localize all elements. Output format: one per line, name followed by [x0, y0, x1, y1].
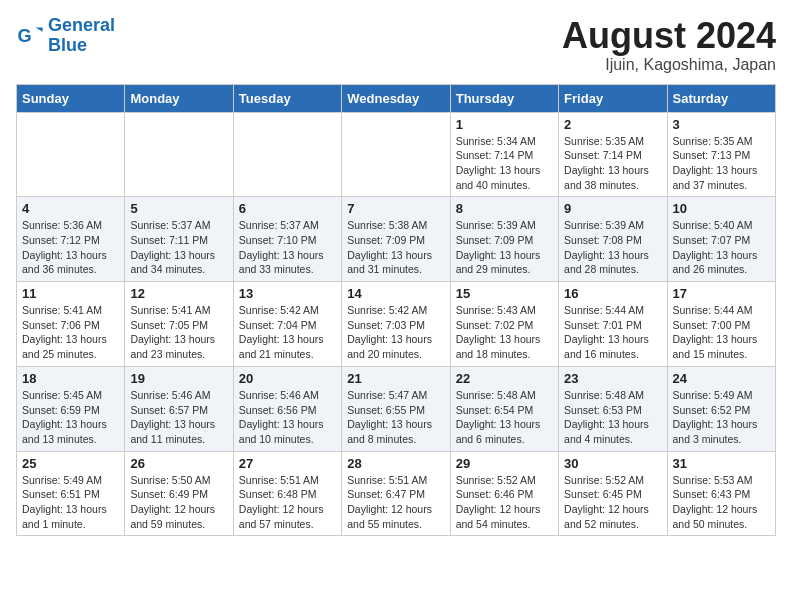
- calendar-cell: [17, 112, 125, 197]
- calendar-cell: 28Sunrise: 5:51 AM Sunset: 6:47 PM Dayli…: [342, 451, 450, 536]
- day-number: 20: [239, 371, 336, 386]
- calendar-cell: 26Sunrise: 5:50 AM Sunset: 6:49 PM Dayli…: [125, 451, 233, 536]
- calendar-cell: 2Sunrise: 5:35 AM Sunset: 7:14 PM Daylig…: [559, 112, 667, 197]
- day-info: Sunrise: 5:45 AM Sunset: 6:59 PM Dayligh…: [22, 388, 119, 447]
- calendar-cell: 21Sunrise: 5:47 AM Sunset: 6:55 PM Dayli…: [342, 366, 450, 451]
- day-info: Sunrise: 5:46 AM Sunset: 6:57 PM Dayligh…: [130, 388, 227, 447]
- day-info: Sunrise: 5:43 AM Sunset: 7:02 PM Dayligh…: [456, 303, 553, 362]
- day-info: Sunrise: 5:34 AM Sunset: 7:14 PM Dayligh…: [456, 134, 553, 193]
- day-info: Sunrise: 5:51 AM Sunset: 6:48 PM Dayligh…: [239, 473, 336, 532]
- calendar-cell: 20Sunrise: 5:46 AM Sunset: 6:56 PM Dayli…: [233, 366, 341, 451]
- day-info: Sunrise: 5:49 AM Sunset: 6:52 PM Dayligh…: [673, 388, 770, 447]
- day-number: 18: [22, 371, 119, 386]
- day-info: Sunrise: 5:36 AM Sunset: 7:12 PM Dayligh…: [22, 218, 119, 277]
- weekday-header-row: Sunday Monday Tuesday Wednesday Thursday…: [17, 84, 776, 112]
- day-number: 15: [456, 286, 553, 301]
- col-saturday: Saturday: [667, 84, 775, 112]
- calendar-cell: 19Sunrise: 5:46 AM Sunset: 6:57 PM Dayli…: [125, 366, 233, 451]
- day-number: 11: [22, 286, 119, 301]
- calendar-body: 1Sunrise: 5:34 AM Sunset: 7:14 PM Daylig…: [17, 112, 776, 536]
- day-number: 29: [456, 456, 553, 471]
- location-subtitle: Ijuin, Kagoshima, Japan: [562, 56, 776, 74]
- day-info: Sunrise: 5:46 AM Sunset: 6:56 PM Dayligh…: [239, 388, 336, 447]
- logo-icon: G: [16, 22, 44, 50]
- day-info: Sunrise: 5:39 AM Sunset: 7:08 PM Dayligh…: [564, 218, 661, 277]
- day-info: Sunrise: 5:41 AM Sunset: 7:05 PM Dayligh…: [130, 303, 227, 362]
- col-thursday: Thursday: [450, 84, 558, 112]
- day-info: Sunrise: 5:40 AM Sunset: 7:07 PM Dayligh…: [673, 218, 770, 277]
- day-info: Sunrise: 5:47 AM Sunset: 6:55 PM Dayligh…: [347, 388, 444, 447]
- day-info: Sunrise: 5:37 AM Sunset: 7:11 PM Dayligh…: [130, 218, 227, 277]
- svg-text:G: G: [17, 25, 31, 45]
- calendar-cell: 11Sunrise: 5:41 AM Sunset: 7:06 PM Dayli…: [17, 282, 125, 367]
- calendar-cell: 27Sunrise: 5:51 AM Sunset: 6:48 PM Dayli…: [233, 451, 341, 536]
- day-info: Sunrise: 5:49 AM Sunset: 6:51 PM Dayligh…: [22, 473, 119, 532]
- calendar-cell: 13Sunrise: 5:42 AM Sunset: 7:04 PM Dayli…: [233, 282, 341, 367]
- calendar-week-row: 11Sunrise: 5:41 AM Sunset: 7:06 PM Dayli…: [17, 282, 776, 367]
- day-number: 25: [22, 456, 119, 471]
- day-number: 12: [130, 286, 227, 301]
- calendar-cell: 6Sunrise: 5:37 AM Sunset: 7:10 PM Daylig…: [233, 197, 341, 282]
- page-header: G General Blue August 2024 Ijuin, Kagosh…: [16, 16, 776, 74]
- calendar-cell: 3Sunrise: 5:35 AM Sunset: 7:13 PM Daylig…: [667, 112, 775, 197]
- logo-line2: Blue: [48, 35, 87, 55]
- day-number: 3: [673, 117, 770, 132]
- calendar-week-row: 1Sunrise: 5:34 AM Sunset: 7:14 PM Daylig…: [17, 112, 776, 197]
- calendar-cell: 30Sunrise: 5:52 AM Sunset: 6:45 PM Dayli…: [559, 451, 667, 536]
- day-info: Sunrise: 5:35 AM Sunset: 7:13 PM Dayligh…: [673, 134, 770, 193]
- day-info: Sunrise: 5:48 AM Sunset: 6:53 PM Dayligh…: [564, 388, 661, 447]
- col-monday: Monday: [125, 84, 233, 112]
- day-number: 21: [347, 371, 444, 386]
- day-number: 7: [347, 201, 444, 216]
- calendar-cell: 25Sunrise: 5:49 AM Sunset: 6:51 PM Dayli…: [17, 451, 125, 536]
- col-friday: Friday: [559, 84, 667, 112]
- col-wednesday: Wednesday: [342, 84, 450, 112]
- calendar-cell: 17Sunrise: 5:44 AM Sunset: 7:00 PM Dayli…: [667, 282, 775, 367]
- day-info: Sunrise: 5:39 AM Sunset: 7:09 PM Dayligh…: [456, 218, 553, 277]
- calendar-cell: 9Sunrise: 5:39 AM Sunset: 7:08 PM Daylig…: [559, 197, 667, 282]
- calendar-cell: 15Sunrise: 5:43 AM Sunset: 7:02 PM Dayli…: [450, 282, 558, 367]
- day-number: 31: [673, 456, 770, 471]
- day-info: Sunrise: 5:38 AM Sunset: 7:09 PM Dayligh…: [347, 218, 444, 277]
- calendar-cell: 22Sunrise: 5:48 AM Sunset: 6:54 PM Dayli…: [450, 366, 558, 451]
- day-number: 24: [673, 371, 770, 386]
- day-info: Sunrise: 5:42 AM Sunset: 7:04 PM Dayligh…: [239, 303, 336, 362]
- day-number: 14: [347, 286, 444, 301]
- calendar-cell: 29Sunrise: 5:52 AM Sunset: 6:46 PM Dayli…: [450, 451, 558, 536]
- calendar-header: Sunday Monday Tuesday Wednesday Thursday…: [17, 84, 776, 112]
- day-number: 1: [456, 117, 553, 132]
- day-number: 27: [239, 456, 336, 471]
- day-number: 4: [22, 201, 119, 216]
- calendar-cell: 10Sunrise: 5:40 AM Sunset: 7:07 PM Dayli…: [667, 197, 775, 282]
- day-number: 2: [564, 117, 661, 132]
- day-number: 8: [456, 201, 553, 216]
- day-number: 28: [347, 456, 444, 471]
- day-info: Sunrise: 5:52 AM Sunset: 6:46 PM Dayligh…: [456, 473, 553, 532]
- calendar-cell: 8Sunrise: 5:39 AM Sunset: 7:09 PM Daylig…: [450, 197, 558, 282]
- calendar-cell: [342, 112, 450, 197]
- calendar-cell: [125, 112, 233, 197]
- logo-line1: General: [48, 15, 115, 35]
- day-number: 22: [456, 371, 553, 386]
- day-number: 30: [564, 456, 661, 471]
- calendar-cell: [233, 112, 341, 197]
- col-sunday: Sunday: [17, 84, 125, 112]
- day-number: 16: [564, 286, 661, 301]
- calendar-cell: 5Sunrise: 5:37 AM Sunset: 7:11 PM Daylig…: [125, 197, 233, 282]
- col-tuesday: Tuesday: [233, 84, 341, 112]
- calendar-week-row: 18Sunrise: 5:45 AM Sunset: 6:59 PM Dayli…: [17, 366, 776, 451]
- day-number: 26: [130, 456, 227, 471]
- day-info: Sunrise: 5:48 AM Sunset: 6:54 PM Dayligh…: [456, 388, 553, 447]
- logo-text: General Blue: [48, 16, 115, 56]
- day-number: 17: [673, 286, 770, 301]
- month-title: August 2024: [562, 16, 776, 56]
- calendar-cell: 7Sunrise: 5:38 AM Sunset: 7:09 PM Daylig…: [342, 197, 450, 282]
- day-info: Sunrise: 5:50 AM Sunset: 6:49 PM Dayligh…: [130, 473, 227, 532]
- title-area: August 2024 Ijuin, Kagoshima, Japan: [562, 16, 776, 74]
- day-number: 9: [564, 201, 661, 216]
- day-info: Sunrise: 5:42 AM Sunset: 7:03 PM Dayligh…: [347, 303, 444, 362]
- calendar-cell: 23Sunrise: 5:48 AM Sunset: 6:53 PM Dayli…: [559, 366, 667, 451]
- day-info: Sunrise: 5:35 AM Sunset: 7:14 PM Dayligh…: [564, 134, 661, 193]
- day-info: Sunrise: 5:44 AM Sunset: 7:01 PM Dayligh…: [564, 303, 661, 362]
- day-info: Sunrise: 5:37 AM Sunset: 7:10 PM Dayligh…: [239, 218, 336, 277]
